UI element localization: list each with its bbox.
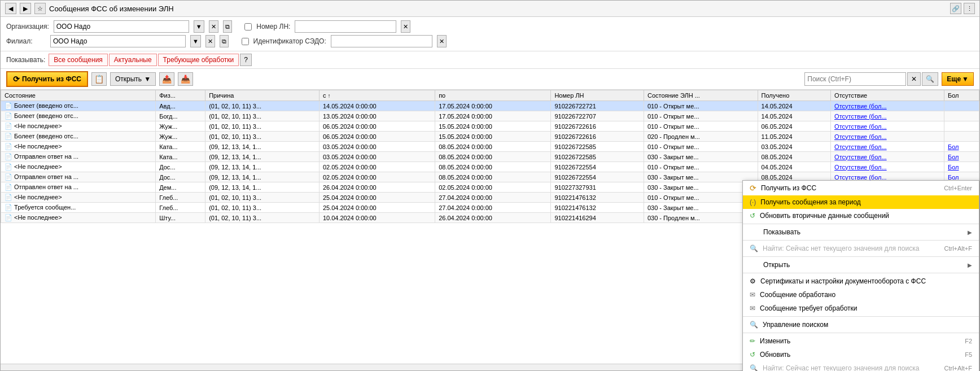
table-cell: Отсутствие (бол...: [831, 142, 944, 152]
table-cell: Богд...: [156, 111, 205, 121]
get-fss-button[interactable]: ⟳ Получить из ФСС: [6, 71, 88, 87]
toolbar-icon-btn1[interactable]: 📋: [91, 72, 107, 86]
table-row[interactable]: 📄 Болеет (введено отс...Авд...(01, 02, 1…: [1, 101, 979, 111]
context-menu-item-search_mgmt[interactable]: 🔍 Управление поиском: [743, 318, 979, 331]
table-cell: 27.04.2024 0:00:00: [435, 193, 551, 203]
table-row[interactable]: 📄 Болеет (введено отс...Жуж...(01, 02, 1…: [1, 132, 979, 142]
back-button[interactable]: ◀: [5, 3, 16, 14]
col-to[interactable]: по: [435, 90, 551, 101]
table-cell: 27.04.2024 0:00:00: [435, 203, 551, 213]
bol-link[interactable]: Бол: [948, 174, 959, 181]
table-cell: 020 - Продлен м...: [644, 132, 758, 142]
row-icon: 📄: [5, 102, 12, 109]
search-input[interactable]: [804, 72, 906, 86]
gear-icon: ⚙: [750, 277, 756, 285]
table-cell: 14.05.2024: [758, 101, 831, 111]
context-menu-item-certs[interactable]: ⚙ Сертификаты и настройки документооборо…: [743, 274, 979, 288]
context-menu-separator: [743, 273, 979, 273]
org-open-btn[interactable]: ⧉: [223, 20, 232, 33]
sedo-id-checkbox[interactable]: [242, 38, 249, 45]
col-reason[interactable]: Причина: [205, 90, 320, 101]
eshche-btn[interactable]: Еще ▼: [942, 72, 974, 86]
context-menu-separator: [743, 316, 979, 317]
table-cell: 030 - Закрыт ме...: [644, 152, 758, 162]
table-cell: 26.04.2024 0:00:00: [435, 213, 551, 223]
col-status[interactable]: Состояние: [1, 90, 156, 101]
col-received[interactable]: Получено: [758, 90, 831, 101]
absence-link[interactable]: Отсутствие (бол...: [834, 133, 887, 140]
table-cell: Ката...: [156, 142, 205, 152]
absence-link[interactable]: Отсутствие (бол...: [834, 164, 887, 171]
table-cell: 08.05.2024: [758, 152, 831, 162]
forward-button[interactable]: ▶: [20, 3, 31, 14]
open-dropdown-icon: ▼: [144, 75, 151, 83]
col-from[interactable]: с ↑: [319, 90, 435, 101]
context-menu-item-edit[interactable]: ✏ Изменить F2: [743, 334, 979, 348]
context-menu-item-open[interactable]: Открыть: [743, 258, 979, 272]
ln-number-clear-btn[interactable]: ✕: [401, 20, 410, 33]
search-clear-btn[interactable]: ✕: [907, 72, 921, 86]
context-menu-item-get_fss[interactable]: ⟳ Получить из ФСС Ctrl+Enter: [743, 181, 979, 195]
open-btn[interactable]: Открыть ▼: [110, 72, 156, 86]
link-icon[interactable]: 🔗: [950, 3, 961, 14]
toolbar-icon-btn3[interactable]: 📥: [178, 72, 193, 86]
context-menu-item-show[interactable]: Показывать: [743, 225, 979, 239]
filter-help-btn[interactable]: ?: [240, 54, 252, 66]
table-cell: 📄 <Не последнее>: [1, 162, 156, 172]
toolbar-icon-btn2[interactable]: 📤: [159, 72, 174, 86]
table-row[interactable]: 📄 <Не последнее>Дос...(09, 12, 13, 14, 1…: [1, 162, 979, 172]
context-menu-item-get_period[interactable]: (·) Получить сообщения за период: [743, 195, 979, 209]
absence-link[interactable]: Отсутствие (бол...: [834, 143, 887, 150]
table-row[interactable]: 📄 Болеет (введено отс...Богд...(01, 02, …: [1, 111, 979, 121]
org-clear-btn[interactable]: ✕: [209, 20, 218, 33]
filter-all-btn[interactable]: Все сообщения: [49, 54, 108, 66]
table-row[interactable]: 📄 <Не последнее>Ката...(09, 12, 13, 14, …: [1, 142, 979, 152]
branch-open-btn[interactable]: ⧉: [220, 35, 229, 47]
ln-number-input[interactable]: [295, 20, 396, 33]
table-cell: [944, 132, 979, 142]
star-button[interactable]: ☆: [34, 3, 46, 14]
filter-actual-btn[interactable]: Актуальные: [109, 54, 157, 66]
ln-number-checkbox[interactable]: [244, 23, 252, 30]
absence-link[interactable]: Отсутствие (бол...: [834, 113, 887, 120]
col-absence[interactable]: Отсутствие: [831, 90, 944, 101]
row-icon: 📄: [5, 153, 12, 160]
org-dropdown-btn[interactable]: ▼: [194, 20, 204, 33]
col-bol[interactable]: Бол: [944, 90, 979, 101]
absence-link[interactable]: Отсутствие (бол...: [834, 103, 887, 110]
table-cell: 03.05.2024 0:00:00: [319, 152, 435, 162]
absence-link[interactable]: Отсутствие (бол...: [834, 123, 887, 130]
search-btn[interactable]: 🔍: [922, 72, 938, 86]
col-phys[interactable]: Физ...: [156, 90, 205, 101]
table-cell: 15.05.2024 0:00:00: [435, 132, 551, 142]
table-cell: 02.05.2024 0:00:00: [435, 182, 551, 193]
table-row[interactable]: 📄 <Не последнее>Жуж...(01, 02, 10, 11) 3…: [1, 121, 979, 132]
context-menu-item-refresh[interactable]: ↺ Обновить F5: [743, 348, 979, 361]
context-menu-item-msg_needs[interactable]: ✉ Сообщение требует обработки: [743, 302, 979, 315]
table-cell: Бол: [944, 152, 979, 162]
branch-clear-btn[interactable]: ✕: [205, 35, 215, 47]
absence-link[interactable]: Отсутствие (бол...: [834, 174, 887, 181]
org-input[interactable]: [54, 20, 189, 33]
branch-input[interactable]: [50, 35, 186, 47]
table-cell: 📄 Требуется сообщен...: [1, 203, 156, 213]
bol-link[interactable]: Бол: [948, 154, 959, 160]
col-eln-status[interactable]: Состояние ЭЛН ...: [644, 90, 758, 101]
menu-item-label: Открыть: [763, 261, 790, 269]
sedo-id-input[interactable]: [331, 35, 432, 47]
menu-item-label: Сообщение требует обработки: [760, 304, 858, 312]
bol-link[interactable]: Бол: [948, 164, 959, 171]
absence-link[interactable]: Отсутствие (бол...: [834, 154, 887, 160]
table-cell: 17.05.2024 0:00:00: [435, 111, 551, 121]
bol-link[interactable]: Бол: [948, 143, 959, 150]
sedo-id-clear-btn[interactable]: ✕: [437, 35, 447, 47]
table-cell: 030 - Закрыт ме...: [644, 203, 758, 213]
col-ln-num[interactable]: Номер ЛН: [551, 90, 644, 101]
menu-icon[interactable]: ⋮: [964, 3, 975, 14]
context-menu-item-msg_processed[interactable]: ✉ Сообщение обработано: [743, 288, 979, 302]
filter-processing-btn[interactable]: Требующие обработки: [158, 54, 239, 66]
table-row[interactable]: 📄 Отправлен ответ на ...Ката...(09, 12, …: [1, 152, 979, 162]
context-menu-item-refresh_secondary[interactable]: ↺ Обновить вторичные данные сообщений: [743, 209, 979, 222]
table-cell: 02.05.2024 0:00:00: [319, 172, 435, 182]
branch-dropdown-btn[interactable]: ▼: [190, 35, 201, 47]
